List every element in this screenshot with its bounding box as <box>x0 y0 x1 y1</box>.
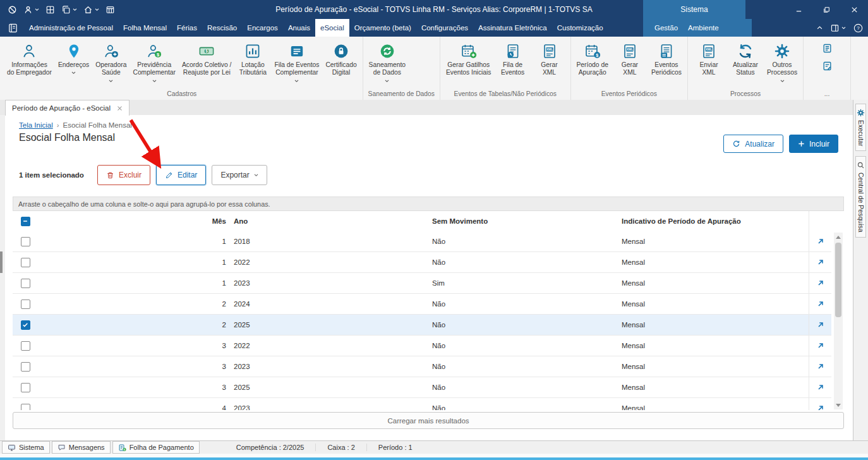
ribbon-button-gerar-gatilhos-eventos-iniciais[interactable]: Gerar Gatilhos Eventos Iniciais <box>443 41 495 78</box>
ribbon-group-cadastros: Informações do EmpregadorEndereçosOperad… <box>1 37 363 100</box>
block-icon[interactable] <box>8 5 17 15</box>
row-open-icon[interactable] <box>816 258 825 267</box>
table-row[interactable]: 12018NãoMensal <box>13 231 831 252</box>
table-row[interactable]: 42023NãoMensal <box>13 398 831 410</box>
burger-icon[interactable] <box>0 23 24 33</box>
ribbon-button-mini-doc2[interactable] <box>809 59 845 73</box>
table-scrollbar[interactable] <box>834 233 843 409</box>
ribbon-button-outros-processos[interactable]: Outros Processos <box>764 41 800 84</box>
statusbar-tab-mensagens[interactable]: Mensagens <box>52 441 111 454</box>
table-row[interactable]: 22024NãoMensal <box>13 294 831 315</box>
close-button[interactable] <box>840 0 868 19</box>
row-checkbox[interactable] <box>21 383 30 392</box>
column-header-ano[interactable]: Ano <box>226 217 432 225</box>
row-checkbox[interactable] <box>21 300 30 309</box>
menu-item-customizacao[interactable]: Customização <box>552 19 608 37</box>
statusbar-tab-folha-de-pagamento[interactable]: $Folha de Pagamento <box>112 441 200 454</box>
row-checkbox[interactable] <box>21 320 30 330</box>
select-all-checkbox[interactable] <box>21 217 30 226</box>
scroll-down-icon[interactable] <box>834 401 843 409</box>
context-tab-sistema[interactable]: Sistema <box>643 0 745 19</box>
chevron-up-icon[interactable] <box>817 26 823 30</box>
ribbon-button-fila-de-eventos[interactable]: Fila de Eventos <box>495 41 531 78</box>
table-row[interactable]: 32025NãoMensal <box>13 377 831 398</box>
menu-item-folha-mensal[interactable]: Folha Mensal <box>118 19 172 37</box>
ribbon-button-informacoes-do-empregador[interactable]: Informações do Empregador <box>4 41 55 78</box>
ribbon-button-operadora-saude[interactable]: Operadora Saúde <box>92 41 130 84</box>
row-open-icon[interactable] <box>816 383 825 392</box>
ribbon-button-enderecos[interactable]: Endereços <box>55 41 92 76</box>
side-tab-executar[interactable]: Executar <box>855 104 866 151</box>
table-row[interactable]: 32022NãoMensal <box>13 336 831 356</box>
ribbon-button-lotacao-tributaria[interactable]: Lotação Tributária <box>234 41 271 78</box>
row-checkbox[interactable] <box>21 279 30 288</box>
minimize-button[interactable] <box>785 0 812 19</box>
statusbar-tab-sistema[interactable]: Sistema <box>2 441 50 454</box>
ribbon-button-fila-de-eventos-complementar[interactable]: Fila de Eventos Complementar <box>271 41 322 84</box>
menu-item-gestao[interactable]: Gestão <box>649 19 683 37</box>
export-button[interactable]: Exportar <box>212 165 267 185</box>
row-open-icon[interactable] <box>816 362 825 371</box>
row-checkbox[interactable] <box>21 341 30 351</box>
edit-button[interactable]: Editar <box>156 165 206 185</box>
scroll-up-icon[interactable] <box>834 233 843 241</box>
menu-item-ferias[interactable]: Férias <box>172 19 202 37</box>
table-row[interactable]: 22025NãoMensal <box>13 315 831 336</box>
maximize-button[interactable] <box>812 0 840 19</box>
user-icon[interactable] <box>23 5 39 15</box>
splitter-handle[interactable] <box>0 251 3 273</box>
ribbon-button-mini-doc[interactable] <box>809 42 845 55</box>
column-header-indicativo[interactable]: Indicativo de Período de Apuração <box>622 217 809 225</box>
ribbon-button-gerar-xml[interactable]: XMLGerar XML <box>531 41 568 78</box>
load-more-button[interactable]: Carregar mais resultados <box>13 412 844 429</box>
grid-icon[interactable] <box>45 5 55 15</box>
tab-periodo-apuracao-esocial[interactable]: Período de Apuração - eSocial <box>5 100 130 116</box>
ribbon-button-enviar-xml[interactable]: XMLEnviar XML <box>690 41 727 78</box>
table-row[interactable]: 32023NãoMensal <box>13 356 831 377</box>
ribbon-button-certificado-digital[interactable]: Certificado Digital <box>322 41 359 78</box>
delete-button[interactable]: Excluir <box>97 165 150 185</box>
row-checkbox[interactable] <box>21 258 30 267</box>
ribbon-button-previdencia-complementar[interactable]: $Previdência Complementar <box>130 41 179 84</box>
row-open-icon[interactable] <box>816 300 825 308</box>
row-checkbox[interactable] <box>21 237 30 246</box>
menu-item-ambiente[interactable]: Ambiente <box>683 19 724 37</box>
panel-icon[interactable] <box>830 23 846 33</box>
table-row[interactable]: 12022NãoMensal <box>13 252 831 273</box>
menu-item-anuais[interactable]: Anuais <box>283 19 315 37</box>
row-checkbox[interactable] <box>21 362 30 372</box>
help-icon[interactable]: ? <box>853 23 863 33</box>
menu-item-administracao-de-pessoal[interactable]: Administração de Pessoal <box>24 19 118 37</box>
side-tab-central-de-pesquisa[interactable]: Central de Pesquisa <box>855 156 866 238</box>
ribbon-button-acordo-coletivo-reajuste-por-lei[interactable]: $Acordo Coletivo / Reajuste por Lei <box>179 41 234 78</box>
ribbon-button-gerar-xml[interactable]: XMLGerar XML <box>612 41 648 78</box>
ribbon-button-saneamento-de-dados[interactable]: Saneamento de Dados <box>366 41 409 84</box>
menu-item-orcamento-beta[interactable]: Orçamento (beta) <box>349 19 416 37</box>
scrollbar-thumb[interactable] <box>835 243 841 317</box>
tab-close-icon[interactable] <box>117 106 123 111</box>
row-open-icon[interactable] <box>816 341 825 350</box>
home-icon[interactable] <box>83 5 99 15</box>
menu-item-esocial[interactable]: eSocial <box>315 19 349 37</box>
ribbon-button-periodo-de-apuracao[interactable]: $Período de Apuração <box>574 41 612 78</box>
ribbon-button-atualizar-status[interactable]: Atualizar Status <box>727 41 764 78</box>
row-open-icon[interactable] <box>816 237 825 246</box>
table-icon[interactable] <box>105 5 115 15</box>
row-open-icon[interactable] <box>816 279 825 288</box>
statusbar-field: Caixa : 2 <box>315 444 366 451</box>
row-open-icon[interactable] <box>816 320 825 329</box>
copy-icon[interactable] <box>61 5 77 15</box>
column-header-sem-movimento[interactable]: Sem Movimento <box>432 217 622 225</box>
add-button[interactable]: Incluir <box>789 135 838 153</box>
menu-item-rescisao[interactable]: Rescisão <box>202 19 242 37</box>
table-row[interactable]: 12023SimMensal <box>13 273 831 294</box>
breadcrumb-link-tela-inicial[interactable]: Tela Inicial <box>19 121 53 129</box>
refresh-button[interactable]: Atualizar <box>723 135 783 153</box>
menu-item-configuracoes[interactable]: Configurações <box>416 19 473 37</box>
menu-item-assinatura-eletronica[interactable]: Assinatura Eletrônica <box>473 19 552 37</box>
menu-item-encargos[interactable]: Encargos <box>242 19 283 37</box>
row-open-icon[interactable] <box>816 404 825 410</box>
column-header-mes[interactable]: Mês <box>38 217 226 225</box>
row-checkbox[interactable] <box>21 404 30 411</box>
ribbon-button-eventos-periodicos[interactable]: Eventos Periódicos <box>648 41 685 78</box>
